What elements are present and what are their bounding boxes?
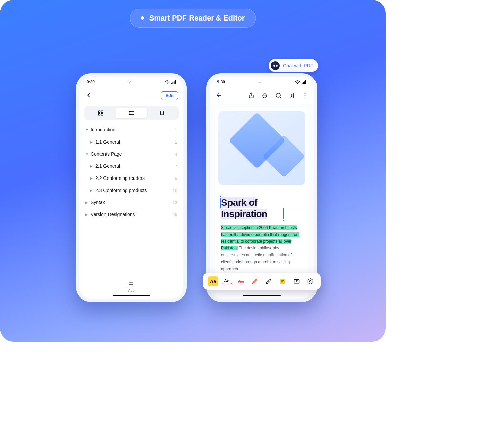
textbox-icon — [293, 278, 300, 285]
ai-avatar-icon — [271, 61, 280, 70]
back-button[interactable] — [85, 91, 93, 100]
promo-canvas: Smart PDF Reader & Editor Chat with PDF … — [0, 0, 386, 342]
eraser-icon — [265, 278, 272, 285]
toc-item[interactable]: ▼Introduction1 — [84, 124, 179, 136]
svg-point-9 — [129, 113, 130, 113]
toc-item[interactable]: ▼Contents Page4 — [84, 148, 179, 160]
toc-page: 13 — [173, 200, 177, 205]
chevron-right-icon: ▶ — [90, 189, 95, 192]
tool-settings[interactable] — [305, 276, 316, 286]
toc-label: 1.1 General — [95, 139, 175, 145]
toc-label: Contents Page — [91, 151, 175, 157]
svg-line-27 — [268, 281, 269, 282]
toc-label: 2.3 Conforming products — [95, 188, 173, 193]
table-of-contents: ▼Introduction1▶1.1 General2▼Contents Pag… — [79, 124, 183, 282]
tool-strikethrough[interactable]: Aa — [236, 276, 246, 286]
svg-point-24 — [305, 93, 306, 94]
brightness-icon — [257, 79, 263, 85]
chevron-right-icon: ▶ — [90, 140, 95, 144]
top-bar: Edit — [79, 87, 183, 104]
chat-badge-label: Chat with PDF — [283, 63, 313, 68]
title-pill: Smart PDF Reader & Editor — [130, 9, 256, 28]
more-vertical-icon — [302, 92, 308, 98]
toc-item[interactable]: ▶Syntax13 — [84, 196, 179, 208]
document-heading: Spark of Inspiration — [221, 197, 267, 219]
share-icon — [248, 92, 254, 99]
tool-eraser[interactable] — [263, 276, 274, 286]
document-hero-image — [218, 111, 305, 185]
tool-textbox[interactable] — [291, 276, 302, 286]
toc-page: 1 — [175, 127, 177, 132]
tool-highlight[interactable]: Aa — [208, 276, 218, 286]
toc-item[interactable]: ▶2.1 General7 — [84, 160, 179, 172]
toc-page: 45 — [173, 212, 177, 217]
wifi-icon — [295, 80, 300, 84]
tool-ink[interactable] — [249, 276, 260, 286]
share-button[interactable] — [248, 92, 255, 99]
selection-handle-end[interactable] — [282, 219, 285, 222]
signal-icon — [302, 80, 306, 84]
tool-note[interactable] — [277, 276, 288, 286]
svg-rect-28 — [280, 279, 285, 284]
toc-label: Introduction — [91, 127, 175, 132]
document-body[interactable]: Since its inception in 2006 Khan archite… — [215, 222, 308, 274]
back-button[interactable] — [215, 91, 223, 100]
phone-mockup-reader: 9:30 — [206, 73, 317, 302]
list-icon — [128, 110, 134, 116]
toc-page: 2 — [175, 140, 177, 145]
toc-page: 7 — [175, 164, 177, 169]
selected-title[interactable]: Spark of Inspiration — [215, 185, 308, 222]
grid-icon — [98, 110, 104, 116]
selection-handle-start[interactable] — [219, 195, 222, 198]
reader-top-bar — [210, 87, 314, 104]
search-button[interactable] — [275, 92, 282, 99]
marker-icon — [251, 278, 258, 285]
toc-page: 9 — [175, 176, 177, 181]
document-viewport[interactable]: Spark of Inspiration Since its inception… — [210, 104, 314, 299]
bookmark-icon — [159, 110, 165, 116]
seg-outline[interactable] — [116, 108, 146, 118]
svg-rect-3 — [98, 114, 100, 115]
hex-settings-icon — [307, 278, 314, 285]
toc-item[interactable]: ▶2.2 Conforming readers9 — [84, 172, 179, 184]
svg-point-16 — [259, 81, 261, 82]
svg-rect-1 — [98, 111, 100, 112]
svg-point-26 — [305, 97, 306, 98]
toc-item[interactable]: ▶2.3 Conforming products10 — [84, 184, 179, 196]
brightness-icon — [127, 79, 132, 85]
svg-rect-2 — [101, 111, 103, 112]
signal-icon — [171, 80, 176, 84]
status-dot-icon — [141, 16, 144, 20]
seg-bookmarks[interactable] — [147, 108, 177, 118]
toc-label: Syntax — [91, 200, 173, 205]
more-button[interactable] — [302, 92, 308, 99]
status-time: 9:30 — [87, 80, 95, 84]
status-time: 9:30 — [217, 80, 225, 84]
home-indicator — [243, 295, 281, 296]
toc-item[interactable]: ▶1.1 General2 — [84, 136, 179, 148]
sticky-note-icon — [279, 278, 286, 285]
phone-mockup-toc: 9:30 Edit — [76, 73, 187, 302]
chevron-right-icon: ▶ — [90, 176, 95, 180]
chevron-right-icon: ▶ — [85, 213, 91, 216]
view-segmented-control — [84, 106, 179, 120]
droplet-icon — [262, 92, 268, 99]
seg-thumbnails[interactable] — [85, 108, 116, 118]
edit-button[interactable]: Edit — [161, 91, 178, 100]
toc-page: 4 — [175, 152, 177, 157]
bookmark-add-icon — [289, 92, 295, 99]
theme-button[interactable] — [261, 92, 268, 99]
chevron-down-icon: ▼ — [85, 152, 91, 156]
chevron-right-icon: ▶ — [90, 164, 95, 168]
chat-with-pdf-badge[interactable]: Chat with PDF — [269, 59, 318, 72]
bookmark-button[interactable] — [288, 92, 295, 99]
toc-label: 2.1 General — [95, 163, 175, 169]
search-icon — [275, 92, 282, 99]
svg-point-25 — [305, 95, 306, 96]
svg-point-10 — [129, 114, 130, 115]
tool-underline[interactable]: Aa — [221, 278, 232, 284]
svg-marker-32 — [308, 279, 313, 284]
toc-item[interactable]: ▶Version Designations45 — [84, 208, 179, 221]
svg-line-21 — [280, 97, 281, 98]
add-list-icon — [128, 282, 135, 287]
